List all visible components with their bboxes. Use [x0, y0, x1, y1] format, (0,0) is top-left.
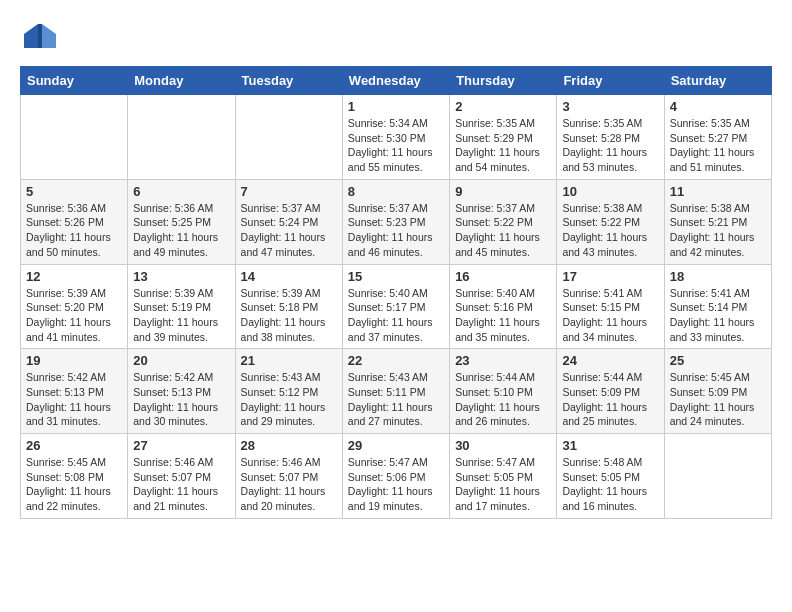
- day-number: 27: [133, 438, 229, 453]
- calendar-cell: [21, 95, 128, 180]
- day-number: 1: [348, 99, 444, 114]
- day-content: Sunrise: 5:41 AM Sunset: 5:14 PM Dayligh…: [670, 286, 766, 345]
- day-number: 6: [133, 184, 229, 199]
- calendar-cell: 24Sunrise: 5:44 AM Sunset: 5:09 PM Dayli…: [557, 349, 664, 434]
- day-content: Sunrise: 5:44 AM Sunset: 5:10 PM Dayligh…: [455, 370, 551, 429]
- day-number: 21: [241, 353, 337, 368]
- day-content: Sunrise: 5:40 AM Sunset: 5:16 PM Dayligh…: [455, 286, 551, 345]
- weekday-header-row: SundayMondayTuesdayWednesdayThursdayFrid…: [21, 67, 772, 95]
- calendar-cell: 17Sunrise: 5:41 AM Sunset: 5:15 PM Dayli…: [557, 264, 664, 349]
- calendar-table: SundayMondayTuesdayWednesdayThursdayFrid…: [20, 66, 772, 519]
- calendar-week-row: 12Sunrise: 5:39 AM Sunset: 5:20 PM Dayli…: [21, 264, 772, 349]
- day-content: Sunrise: 5:47 AM Sunset: 5:05 PM Dayligh…: [455, 455, 551, 514]
- day-number: 29: [348, 438, 444, 453]
- weekday-header: Friday: [557, 67, 664, 95]
- calendar-cell: 8Sunrise: 5:37 AM Sunset: 5:23 PM Daylig…: [342, 179, 449, 264]
- logo-icon: [20, 20, 56, 56]
- day-number: 22: [348, 353, 444, 368]
- day-content: Sunrise: 5:39 AM Sunset: 5:18 PM Dayligh…: [241, 286, 337, 345]
- day-content: Sunrise: 5:38 AM Sunset: 5:21 PM Dayligh…: [670, 201, 766, 260]
- calendar-cell: 1Sunrise: 5:34 AM Sunset: 5:30 PM Daylig…: [342, 95, 449, 180]
- day-content: Sunrise: 5:39 AM Sunset: 5:19 PM Dayligh…: [133, 286, 229, 345]
- calendar-cell: 5Sunrise: 5:36 AM Sunset: 5:26 PM Daylig…: [21, 179, 128, 264]
- calendar-cell: 14Sunrise: 5:39 AM Sunset: 5:18 PM Dayli…: [235, 264, 342, 349]
- logo: [20, 20, 62, 56]
- day-content: Sunrise: 5:45 AM Sunset: 5:09 PM Dayligh…: [670, 370, 766, 429]
- svg-marker-2: [38, 24, 42, 48]
- day-content: Sunrise: 5:48 AM Sunset: 5:05 PM Dayligh…: [562, 455, 658, 514]
- day-content: Sunrise: 5:35 AM Sunset: 5:28 PM Dayligh…: [562, 116, 658, 175]
- calendar-cell: 31Sunrise: 5:48 AM Sunset: 5:05 PM Dayli…: [557, 434, 664, 519]
- svg-marker-1: [42, 24, 56, 48]
- day-number: 5: [26, 184, 122, 199]
- day-number: 4: [670, 99, 766, 114]
- calendar-cell: 12Sunrise: 5:39 AM Sunset: 5:20 PM Dayli…: [21, 264, 128, 349]
- calendar-cell: 7Sunrise: 5:37 AM Sunset: 5:24 PM Daylig…: [235, 179, 342, 264]
- day-number: 16: [455, 269, 551, 284]
- day-number: 17: [562, 269, 658, 284]
- calendar-cell: 18Sunrise: 5:41 AM Sunset: 5:14 PM Dayli…: [664, 264, 771, 349]
- day-content: Sunrise: 5:46 AM Sunset: 5:07 PM Dayligh…: [241, 455, 337, 514]
- calendar-cell: 26Sunrise: 5:45 AM Sunset: 5:08 PM Dayli…: [21, 434, 128, 519]
- day-content: Sunrise: 5:37 AM Sunset: 5:22 PM Dayligh…: [455, 201, 551, 260]
- day-number: 28: [241, 438, 337, 453]
- calendar-cell: [235, 95, 342, 180]
- day-number: 2: [455, 99, 551, 114]
- day-number: 25: [670, 353, 766, 368]
- day-content: Sunrise: 5:47 AM Sunset: 5:06 PM Dayligh…: [348, 455, 444, 514]
- calendar-cell: [128, 95, 235, 180]
- day-number: 7: [241, 184, 337, 199]
- day-content: Sunrise: 5:34 AM Sunset: 5:30 PM Dayligh…: [348, 116, 444, 175]
- day-number: 12: [26, 269, 122, 284]
- calendar-cell: 29Sunrise: 5:47 AM Sunset: 5:06 PM Dayli…: [342, 434, 449, 519]
- day-content: Sunrise: 5:43 AM Sunset: 5:11 PM Dayligh…: [348, 370, 444, 429]
- day-content: Sunrise: 5:40 AM Sunset: 5:17 PM Dayligh…: [348, 286, 444, 345]
- day-content: Sunrise: 5:35 AM Sunset: 5:27 PM Dayligh…: [670, 116, 766, 175]
- calendar-cell: 22Sunrise: 5:43 AM Sunset: 5:11 PM Dayli…: [342, 349, 449, 434]
- calendar-cell: 13Sunrise: 5:39 AM Sunset: 5:19 PM Dayli…: [128, 264, 235, 349]
- day-content: Sunrise: 5:38 AM Sunset: 5:22 PM Dayligh…: [562, 201, 658, 260]
- calendar-cell: 30Sunrise: 5:47 AM Sunset: 5:05 PM Dayli…: [450, 434, 557, 519]
- day-content: Sunrise: 5:46 AM Sunset: 5:07 PM Dayligh…: [133, 455, 229, 514]
- calendar-cell: 2Sunrise: 5:35 AM Sunset: 5:29 PM Daylig…: [450, 95, 557, 180]
- calendar-cell: [664, 434, 771, 519]
- day-number: 9: [455, 184, 551, 199]
- calendar-week-row: 19Sunrise: 5:42 AM Sunset: 5:13 PM Dayli…: [21, 349, 772, 434]
- day-content: Sunrise: 5:36 AM Sunset: 5:25 PM Dayligh…: [133, 201, 229, 260]
- day-content: Sunrise: 5:37 AM Sunset: 5:23 PM Dayligh…: [348, 201, 444, 260]
- calendar-week-row: 1Sunrise: 5:34 AM Sunset: 5:30 PM Daylig…: [21, 95, 772, 180]
- day-number: 3: [562, 99, 658, 114]
- day-content: Sunrise: 5:42 AM Sunset: 5:13 PM Dayligh…: [26, 370, 122, 429]
- weekday-header: Thursday: [450, 67, 557, 95]
- day-number: 26: [26, 438, 122, 453]
- day-number: 8: [348, 184, 444, 199]
- calendar-cell: 23Sunrise: 5:44 AM Sunset: 5:10 PM Dayli…: [450, 349, 557, 434]
- calendar-cell: 28Sunrise: 5:46 AM Sunset: 5:07 PM Dayli…: [235, 434, 342, 519]
- day-content: Sunrise: 5:43 AM Sunset: 5:12 PM Dayligh…: [241, 370, 337, 429]
- day-content: Sunrise: 5:39 AM Sunset: 5:20 PM Dayligh…: [26, 286, 122, 345]
- day-number: 18: [670, 269, 766, 284]
- calendar-cell: 4Sunrise: 5:35 AM Sunset: 5:27 PM Daylig…: [664, 95, 771, 180]
- day-number: 20: [133, 353, 229, 368]
- day-number: 13: [133, 269, 229, 284]
- day-number: 30: [455, 438, 551, 453]
- weekday-header: Wednesday: [342, 67, 449, 95]
- day-number: 23: [455, 353, 551, 368]
- day-number: 31: [562, 438, 658, 453]
- day-number: 15: [348, 269, 444, 284]
- calendar-cell: 10Sunrise: 5:38 AM Sunset: 5:22 PM Dayli…: [557, 179, 664, 264]
- calendar-cell: 15Sunrise: 5:40 AM Sunset: 5:17 PM Dayli…: [342, 264, 449, 349]
- calendar-cell: 25Sunrise: 5:45 AM Sunset: 5:09 PM Dayli…: [664, 349, 771, 434]
- calendar-cell: 27Sunrise: 5:46 AM Sunset: 5:07 PM Dayli…: [128, 434, 235, 519]
- day-content: Sunrise: 5:45 AM Sunset: 5:08 PM Dayligh…: [26, 455, 122, 514]
- calendar-cell: 3Sunrise: 5:35 AM Sunset: 5:28 PM Daylig…: [557, 95, 664, 180]
- day-content: Sunrise: 5:44 AM Sunset: 5:09 PM Dayligh…: [562, 370, 658, 429]
- calendar-cell: 21Sunrise: 5:43 AM Sunset: 5:12 PM Dayli…: [235, 349, 342, 434]
- day-content: Sunrise: 5:37 AM Sunset: 5:24 PM Dayligh…: [241, 201, 337, 260]
- day-number: 24: [562, 353, 658, 368]
- day-content: Sunrise: 5:35 AM Sunset: 5:29 PM Dayligh…: [455, 116, 551, 175]
- day-content: Sunrise: 5:36 AM Sunset: 5:26 PM Dayligh…: [26, 201, 122, 260]
- calendar-cell: 6Sunrise: 5:36 AM Sunset: 5:25 PM Daylig…: [128, 179, 235, 264]
- calendar-cell: 11Sunrise: 5:38 AM Sunset: 5:21 PM Dayli…: [664, 179, 771, 264]
- day-number: 19: [26, 353, 122, 368]
